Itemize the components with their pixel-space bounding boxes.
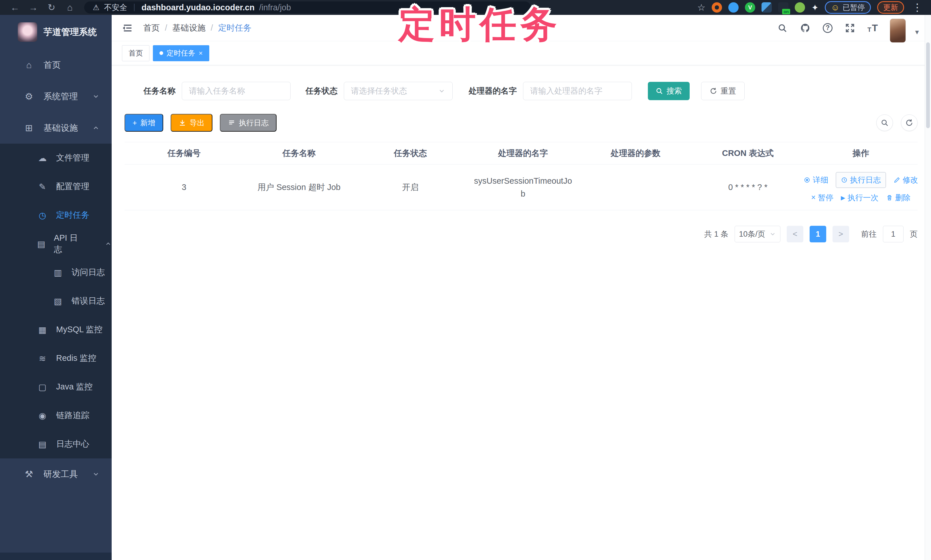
search-icon[interactable] bbox=[777, 23, 788, 34]
job-status-select[interactable]: 请选择任务状态 bbox=[344, 82, 453, 100]
export-button[interactable]: 导出 bbox=[171, 114, 213, 132]
monitor-icon: ▢ bbox=[36, 382, 49, 392]
sidebar-item-label: Java 监控 bbox=[56, 381, 92, 392]
reset-button[interactable]: 重置 bbox=[701, 82, 744, 100]
scrollbar-thumb[interactable] bbox=[926, 42, 930, 128]
delete-link[interactable]: 删除 bbox=[886, 192, 911, 203]
sidebar-item-redis-monitor[interactable]: ≋ Redis 监控 bbox=[0, 344, 112, 372]
back-icon[interactable]: ← bbox=[7, 0, 23, 15]
sidebar-item-label: Redis 监控 bbox=[56, 352, 96, 364]
extension-grid-icon[interactable] bbox=[761, 2, 772, 12]
tab-scheduled-jobs[interactable]: 定时任务 × bbox=[153, 45, 209, 61]
sidebar-item-label: API 日志 bbox=[54, 232, 80, 255]
extension-leaf-icon[interactable] bbox=[795, 2, 805, 12]
paused-chip-label: 已暂停 bbox=[843, 3, 865, 12]
row-exec-log-label: 执行日志 bbox=[850, 175, 881, 185]
breadcrumb-current-page: 定时任务 bbox=[218, 22, 251, 34]
sidebar-item-system-mgmt[interactable]: ⚙ 系统管理 bbox=[0, 81, 112, 112]
sidebar-item-config-mgmt[interactable]: ✎ 配置管理 bbox=[0, 172, 112, 201]
sidebar-item-java-monitor[interactable]: ▢ Java 监控 bbox=[0, 372, 112, 401]
sidebar-item-dev-tools[interactable]: ⚒ 研发工具 bbox=[0, 458, 112, 490]
job-name-input[interactable] bbox=[182, 82, 291, 100]
sidebar-item-label: 定时任务 bbox=[56, 209, 89, 221]
browser-menu-icon[interactable]: ⋮ bbox=[910, 2, 924, 14]
detail-link[interactable]: 详细 bbox=[804, 175, 828, 185]
sidebar-item-file-mgmt[interactable]: ☁ 文件管理 bbox=[0, 144, 112, 172]
paused-extension-chip[interactable]: ☺ 已暂停 bbox=[825, 1, 871, 14]
refresh-icon[interactable] bbox=[901, 114, 917, 131]
chevron-up-icon bbox=[92, 124, 100, 132]
reset-button-label: 重置 bbox=[721, 86, 736, 96]
sidebar-item-infrastructure[interactable]: ⊞ 基础设施 bbox=[0, 112, 112, 144]
github-icon[interactable] bbox=[800, 23, 811, 34]
logo-row[interactable]: 芋道管理系统 bbox=[0, 15, 112, 49]
update-chip-label: 更新 bbox=[883, 3, 898, 12]
window-scrollbar[interactable] bbox=[925, 15, 931, 560]
avatar-caret-icon[interactable]: ▼ bbox=[914, 29, 920, 36]
sidebar-item-scheduled-jobs[interactable]: ◷ 定时任务 bbox=[0, 201, 112, 229]
page-size-select[interactable]: 10条/页 bbox=[735, 226, 780, 242]
access-log-icon: ▥ bbox=[51, 268, 64, 278]
on-badge: on bbox=[782, 9, 790, 14]
sidebar-item-home[interactable]: ⌂ 首页 bbox=[0, 49, 112, 81]
select-placeholder: 请选择任务状态 bbox=[351, 86, 407, 97]
sidebar-item-access-log[interactable]: ▥ 访问日志 bbox=[0, 258, 112, 287]
handler-name-input[interactable] bbox=[523, 82, 632, 100]
home-icon[interactable]: ⌂ bbox=[62, 0, 78, 15]
sidebar-item-mysql-monitor[interactable]: ▦ MySQL 监控 bbox=[0, 315, 112, 344]
sidebar-item-log-center[interactable]: ▤ 日志中心 bbox=[0, 430, 112, 458]
sidebar-fold-icon[interactable] bbox=[122, 22, 133, 34]
font-size-icon[interactable]: TT bbox=[868, 22, 878, 34]
job-status-label: 任务状态 bbox=[305, 86, 338, 97]
sidebar-bottom-strip bbox=[0, 552, 112, 560]
play-icon: ▶ bbox=[841, 194, 845, 201]
page-1-button[interactable]: 1 bbox=[809, 226, 826, 242]
sidebar-item-api-logs[interactable]: ▤ API 日志 bbox=[0, 229, 112, 258]
extension-orange-icon[interactable] bbox=[712, 2, 722, 12]
breadcrumb-home[interactable]: 首页 bbox=[143, 22, 160, 34]
update-chip[interactable]: 更新 bbox=[877, 1, 904, 14]
toggle-search-icon[interactable] bbox=[876, 114, 893, 131]
breadcrumb-separator: / bbox=[165, 23, 167, 32]
exec-log-button[interactable]: 执行日志 bbox=[220, 114, 277, 132]
add-button[interactable]: + 新增 bbox=[125, 114, 163, 132]
chevron-down-icon bbox=[438, 87, 445, 95]
pause-link[interactable]: × 暂停 bbox=[811, 192, 833, 203]
col-handler-param: 处理器的参数 bbox=[580, 148, 692, 159]
breadcrumb-infrastructure[interactable]: 基础设施 bbox=[172, 22, 205, 34]
search-button[interactable]: 搜索 bbox=[648, 82, 690, 100]
run-once-link[interactable]: ▶ 执行一次 bbox=[841, 192, 878, 203]
next-page-button[interactable]: > bbox=[832, 226, 849, 242]
user-avatar[interactable] bbox=[890, 18, 906, 43]
fullscreen-icon[interactable] bbox=[845, 23, 855, 34]
run-once-link-label: 执行一次 bbox=[848, 192, 879, 203]
extension-pinwheel-icon[interactable]: ✦ bbox=[811, 3, 818, 12]
tab-home[interactable]: 首页 bbox=[122, 45, 150, 61]
job-name-label: 任务名称 bbox=[143, 86, 176, 97]
cloud-icon: ☁ bbox=[36, 153, 49, 163]
extension-blue-icon[interactable] bbox=[728, 2, 738, 12]
row-actions: 详细 执行日志 修改 bbox=[804, 172, 917, 203]
goto-page-input[interactable] bbox=[883, 226, 903, 242]
sidebar-item-error-log[interactable]: ▧ 错误日志 bbox=[0, 287, 112, 315]
gear-icon: ⚙ bbox=[22, 91, 35, 102]
forward-icon[interactable]: → bbox=[25, 0, 41, 15]
reload-icon[interactable]: ↻ bbox=[43, 0, 60, 15]
security-label[interactable]: 不安全 bbox=[104, 2, 127, 12]
table-toolbar: + 新增 导出 执行日志 bbox=[125, 114, 917, 132]
sidebar-item-tracing[interactable]: ◉ 链路追踪 bbox=[0, 401, 112, 430]
extension-switch-icon[interactable]: on bbox=[778, 2, 788, 12]
active-tab-dot bbox=[159, 51, 163, 55]
row-exec-log-link[interactable]: 执行日志 bbox=[835, 172, 886, 188]
breadcrumb: 首页 / 基础设施 / 定时任务 bbox=[143, 22, 251, 34]
home-icon: ⌂ bbox=[22, 60, 35, 71]
sidebar-item-label: 文件管理 bbox=[56, 152, 89, 164]
bookmark-star-icon[interactable]: ☆ bbox=[697, 2, 706, 13]
help-icon[interactable]: ? bbox=[823, 23, 832, 33]
close-icon[interactable]: × bbox=[199, 49, 203, 57]
edit-link[interactable]: 修改 bbox=[894, 175, 918, 185]
prev-page-button[interactable]: < bbox=[787, 226, 803, 242]
timer-icon: ◷ bbox=[36, 210, 49, 220]
tab-label: 首页 bbox=[128, 48, 143, 58]
extension-green-check-icon[interactable]: V bbox=[745, 2, 755, 12]
